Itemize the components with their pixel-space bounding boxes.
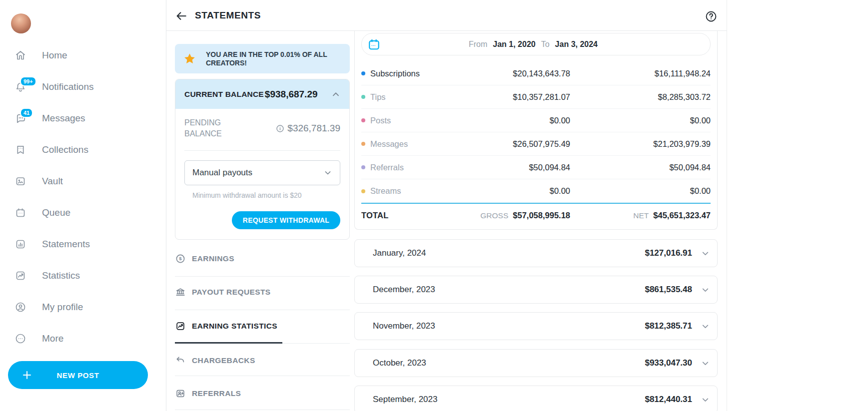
stat-row-label: Posts [370, 116, 460, 125]
month-statement-row[interactable]: January, 2024 $127,016.91 [354, 239, 718, 267]
month-name: January, 2024 [373, 248, 426, 258]
sidebar-item-label: Statements [42, 239, 90, 250]
date-range-picker[interactable]: From Jan 1, 2020 To Jan 3, 2024 [361, 33, 711, 55]
month-amount: $812,385.71 [645, 321, 692, 331]
chart-square-icon [175, 321, 186, 332]
stat-row-gross: $20,143,643.78 [460, 69, 570, 78]
stat-row-gross: $50,094.84 [460, 163, 570, 172]
sidebar-item-my-profile[interactable]: My profile [0, 301, 150, 314]
menu-item-chargebacks[interactable]: CHARGEBACKS [175, 354, 350, 367]
balance-card-body: PENDING BALANCE $326,781.39 Manual payou… [175, 109, 349, 229]
menu-item-label: CHARGEBACKS [192, 356, 255, 365]
legend-dot [361, 189, 365, 193]
new-post-button[interactable]: NEW POST [8, 361, 148, 389]
gross-label: GROSS [480, 211, 508, 220]
sidebar-item-collections[interactable]: Collections [0, 143, 150, 156]
menu-item-referrals[interactable]: REFERRALS [175, 387, 350, 400]
month-name: September, 2023 [373, 395, 437, 405]
more-icon [14, 333, 26, 345]
divider [175, 376, 350, 376]
request-withdrawal-button[interactable]: REQUEST WITHDRAWAL [232, 211, 340, 229]
stat-row-posts[interactable]: Posts $0.00 $0.00 [361, 109, 711, 132]
sidebar-item-label: Queue [42, 207, 70, 218]
payout-select-value: Manual payouts [192, 168, 252, 178]
menu-item-label: EARNINGS [192, 254, 234, 263]
svg-text:$: $ [179, 256, 182, 261]
notifications-badge: 99+ [20, 76, 36, 86]
pending-balance-value: $326,781.39 [287, 123, 340, 134]
vault-icon [14, 175, 26, 187]
stat-row-label: Subscriptions [370, 69, 460, 78]
payout-method-select[interactable]: Manual payouts [184, 160, 340, 185]
info-icon[interactable] [275, 124, 285, 133]
stat-row-subscriptions[interactable]: Subscriptions $20,143,643.78 $16,111,948… [361, 62, 711, 85]
sidebar-item-statistics[interactable]: Statistics [0, 269, 150, 282]
stat-row-label: Referrals [370, 163, 460, 172]
sidebar-item-home[interactable]: Home [0, 49, 150, 62]
active-tab-underline [175, 342, 282, 344]
stat-row-net: $8,285,303.72 [570, 92, 711, 102]
request-withdrawal-label: REQUEST WITHDRAWAL [243, 216, 329, 224]
stat-row-messages[interactable]: Messages $26,507,975.49 $21,203,979.39 [361, 132, 711, 156]
current-balance-value: $938,687.29 [265, 89, 318, 100]
chat-icon: 41 [14, 112, 26, 124]
total-label: TOTAL [361, 211, 456, 220]
calendar-icon [14, 207, 26, 219]
calendar-icon [367, 38, 381, 51]
chevron-down-icon [323, 168, 333, 178]
menu-item-label: REFERRALS [192, 389, 241, 398]
stat-row-streams[interactable]: Streams $0.00 $0.00 [361, 179, 711, 203]
month-statement-row[interactable]: December, 2023 $861,535.48 [354, 276, 718, 304]
month-statement-row[interactable]: October, 2023 $933,047.30 [354, 349, 718, 377]
month-amount: $933,047.30 [645, 358, 692, 368]
month-amount: $861,535.48 [645, 285, 692, 295]
sidebar-item-label: More [42, 333, 63, 344]
legend-dot [361, 165, 365, 169]
sidebar-item-more[interactable]: More [0, 332, 150, 345]
date-to-value[interactable]: Jan 3, 2024 [555, 40, 598, 49]
stat-row-label: Streams [370, 186, 460, 196]
sidebar-item-queue[interactable]: Queue [0, 206, 150, 219]
current-balance-header[interactable]: CURRENT BALANCE $938,687.29 [175, 79, 349, 109]
divider [184, 150, 340, 151]
help-icon[interactable] [705, 10, 718, 23]
month-statement-row[interactable]: November, 2023 $812,385.71 [354, 312, 718, 340]
menu-item-earning-statistics[interactable]: EARNING STATISTICS [175, 320, 350, 333]
sidebar-item-notifications[interactable]: 99+ Notifications [0, 80, 150, 93]
chevron-down-icon [700, 395, 711, 405]
sidebar-item-label: Statistics [42, 270, 80, 281]
bar-chart-icon [14, 238, 26, 250]
date-from-value[interactable]: Jan 1, 2020 [493, 40, 535, 49]
legend-dot [361, 142, 365, 146]
content-right-divider [727, 0, 727, 411]
month-statement-row[interactable]: September, 2023 $812,440.31 [354, 386, 718, 411]
collections-icon [14, 144, 26, 156]
sidebar-item-vault[interactable]: Vault [0, 175, 150, 188]
stat-row-net: $0.00 [570, 116, 711, 125]
divider [175, 310, 350, 310]
top-creators-banner: YOU ARE IN THE TOP 0.01% OF ALL CREATORS… [175, 44, 350, 73]
menu-item-payout-requests[interactable]: PAYOUT REQUESTS [175, 286, 350, 299]
sidebar-divider [166, 0, 166, 411]
chevron-up-icon[interactable] [330, 89, 341, 100]
bank-icon [175, 287, 186, 298]
sidebar-item-messages[interactable]: 41 Messages [0, 112, 150, 125]
stat-row-tips[interactable]: Tips $10,357,281.07 $8,285,303.72 [361, 85, 711, 109]
sidebar-item-statements[interactable]: Statements [0, 238, 150, 251]
net-total-value: $45,651,323.47 [653, 211, 711, 220]
total-row: TOTAL GROSS$57,058,995.18 NET$45,651,323… [361, 203, 711, 227]
stat-row-referrals[interactable]: Referrals $50,094.84 $50,094.84 [361, 156, 711, 179]
menu-item-earnings[interactable]: $ EARNINGS [175, 252, 350, 265]
sidebar-item-label: Notifications [42, 81, 94, 92]
legend-dot [361, 118, 365, 122]
avatar[interactable] [11, 13, 31, 33]
bell-icon: 99+ [14, 81, 26, 93]
back-button[interactable] [175, 9, 188, 22]
pending-balance-row: PENDING BALANCE $326,781.39 [184, 117, 340, 140]
chevron-down-icon [700, 321, 711, 332]
messages-badge: 41 [20, 108, 33, 118]
line-chart-icon [14, 270, 26, 282]
stat-row-net: $21,203,979.39 [570, 139, 711, 149]
sidebar-item-label: Collections [42, 144, 88, 155]
stat-row-net: $16,111,948.24 [570, 69, 711, 78]
